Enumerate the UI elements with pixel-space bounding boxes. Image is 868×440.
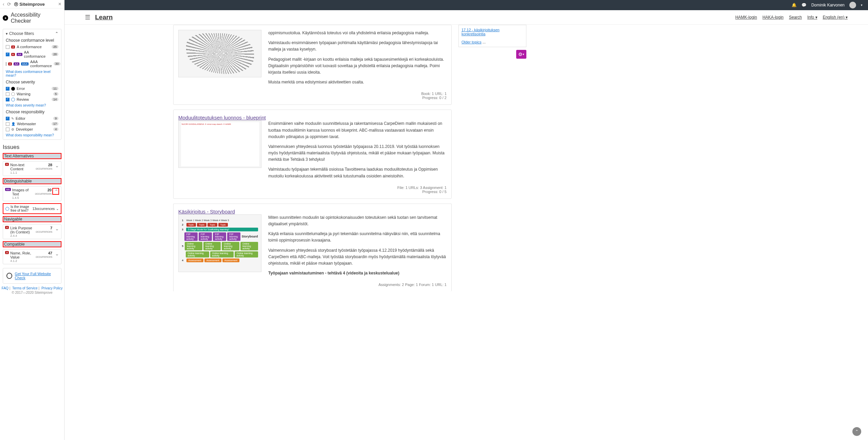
- checkbox-webmaster[interactable]: [6, 122, 10, 126]
- checkbox-developer[interactable]: [6, 128, 10, 131]
- error-icon: [11, 87, 15, 91]
- sb-weeks: Week 1 Week 2 Week 3 Week 4 Week 5: [186, 219, 229, 222]
- issue-non-text-content[interactable]: A Non-text Content 1.1.1 28occurrences ⌄: [3, 161, 61, 176]
- issue-sub-image-free-text[interactable]: Is the image free of text? 13occurrences…: [3, 203, 61, 214]
- card1-p4: Muista merkitä oma edistymisesi aktivite…: [268, 79, 447, 85]
- issue-name: Name, Role, Value: [10, 251, 34, 259]
- sb-online: Online learning activity: [185, 242, 202, 250]
- issue-count: 7: [36, 226, 52, 230]
- sb-assess: Assessment: [186, 259, 203, 262]
- conformance-a-count: 25: [52, 45, 58, 49]
- card2-stats: File: 1 URLs: 3 Assignment: 1: [178, 186, 447, 190]
- issue-name: Link Purpose (In Context): [10, 226, 34, 234]
- card3-title[interactable]: Käsikirjoitus - Storyboard: [178, 209, 235, 214]
- nav-info-label: Info: [807, 15, 814, 20]
- hamburger-icon[interactable]: ☰: [85, 14, 90, 21]
- category-navigable: Navigable: [3, 216, 61, 222]
- older-topics-link[interactable]: Older topics: [462, 40, 482, 44]
- responsibility-editor[interactable]: ✎ Editor 9: [6, 116, 58, 121]
- card3-p2: Käytä erilaisia suunnittelumalleja ja py…: [268, 231, 447, 244]
- conformance-aa-label: AA conformance: [24, 50, 50, 58]
- close-icon[interactable]: ✕: [58, 2, 61, 6]
- chevron-down-icon[interactable]: ⌄: [54, 163, 59, 168]
- footer-copyright: © 2017—2020 Siteimprove: [0, 290, 64, 297]
- checkbox-warning[interactable]: [6, 92, 10, 96]
- severity-review[interactable]: Review 14: [6, 97, 58, 102]
- issue-count: 20: [35, 188, 52, 192]
- chevron-up-icon[interactable]: ⌃: [52, 188, 59, 195]
- reload-icon[interactable]: ⟳: [7, 1, 11, 7]
- issue-sub-question: Is the image free of text?: [11, 205, 31, 212]
- card1-progress: Progress: 0 / 2: [178, 96, 447, 100]
- back-icon[interactable]: ‹: [3, 1, 4, 7]
- sidebar-title: ✦ Accessibility Checker: [0, 8, 64, 27]
- sidebar-title-text: Accessibility Checker: [11, 12, 61, 24]
- issue-link-purpose[interactable]: A Link Purpose (In Context) 2.4.4 7occur…: [3, 224, 61, 239]
- responsibility-webmaster-label: Webmaster: [17, 122, 36, 126]
- responsibility-developer[interactable]: ⚙ Developer 4: [6, 127, 58, 132]
- scroll-top-button[interactable]: ⌃: [852, 427, 861, 436]
- caret-down-icon[interactable]: ▾: [861, 3, 863, 7]
- issue-name: Non-text Content: [10, 163, 34, 171]
- conformance-help-link[interactable]: What does conformance level mean?: [6, 69, 58, 77]
- privacy-link[interactable]: Privacy Policy: [41, 286, 62, 290]
- announcement-link[interactable]: 17.12 - käsikirjoituksen konkretisointia: [462, 28, 500, 36]
- choose-filters-toggle[interactable]: ▾Choose filters ⌃: [6, 31, 58, 36]
- issue-name-role-value[interactable]: A Name, Role, Value 4.1.2 47occurrences …: [3, 249, 61, 264]
- notifications-icon[interactable]: 🔔: [792, 3, 797, 7]
- severity-help-link[interactable]: What does severity mean?: [6, 102, 46, 107]
- thumb-sketch: NUORI KANSALAISENA ✦ mind-map sketch ✦ H…: [178, 120, 261, 168]
- full-check-cta[interactable]: Get Your Full Website Check: [3, 268, 61, 284]
- responsibility-developer-label: Developer: [16, 127, 33, 131]
- nav-hamk-login[interactable]: HAMK-login: [735, 15, 757, 20]
- category-distinguishable: Distinguishable: [3, 178, 61, 184]
- severity-error-label: Error: [17, 87, 25, 91]
- avatar[interactable]: [849, 2, 856, 8]
- checkbox-editor[interactable]: [6, 117, 10, 120]
- nav-lang-label: English (en): [823, 15, 845, 20]
- review-icon: [11, 98, 15, 101]
- chevron-down-icon[interactable]: ⌄: [54, 226, 59, 231]
- card2-title[interactable]: Moduulitoteutuksen luonnos - blueprint: [178, 115, 266, 120]
- thumb-storyboard: 1Week 1 Week 2 Week 3 Week 4 Week 5 2Top…: [178, 214, 261, 272]
- checkbox-aa[interactable]: [6, 53, 10, 56]
- card3-p1: Miten suunnittelen moduulin tai opintoko…: [268, 214, 447, 227]
- conformance-aaa[interactable]: AAAAAA AAA conformance 30: [6, 59, 58, 69]
- funnel-icon: ▾: [6, 32, 8, 36]
- badge-a-icon: A: [5, 226, 9, 229]
- card3-p3: Valmennuksen yhteydessä storyboard työst…: [268, 247, 447, 267]
- conformance-a[interactable]: A A conformance 25: [6, 44, 58, 50]
- nav-search[interactable]: Search: [789, 15, 802, 20]
- severity-review-count: 14: [52, 98, 58, 101]
- brand[interactable]: Learn: [95, 14, 113, 21]
- severity-error[interactable]: Error 11: [6, 86, 58, 91]
- review-icon: [5, 207, 9, 211]
- messages-icon[interactable]: 💬: [801, 3, 807, 7]
- settings-button[interactable]: ⚙ ▾: [516, 50, 526, 59]
- checkbox-aaa[interactable]: [6, 62, 6, 66]
- faq-link[interactable]: FAQ: [2, 286, 8, 290]
- checkbox-review[interactable]: [6, 98, 10, 101]
- checkbox-error[interactable]: [6, 87, 10, 91]
- severity-warning[interactable]: Warning 5: [6, 91, 58, 97]
- responsibility-help-link[interactable]: What does responsibility mean?: [6, 132, 54, 137]
- main-area: 🔔 💬 Dominik Karvonen ▾ ☰ Learn HAMK-logi…: [65, 0, 868, 440]
- issue-occ-label: occurrences: [36, 167, 52, 170]
- chevron-down-icon[interactable]: ⌄: [56, 207, 59, 211]
- conformance-aa[interactable]: AAA AA conformance 28: [6, 50, 58, 59]
- nav-language[interactable]: English (en) ▾: [823, 15, 848, 20]
- nav-haka-login[interactable]: HAKA-login: [762, 15, 783, 20]
- checkbox-a[interactable]: [6, 45, 10, 49]
- issue-images-of-text[interactable]: AA Images of Text 1.4.5 20occurrences ⌃: [3, 186, 61, 201]
- nav-info[interactable]: Info ▾: [807, 15, 817, 20]
- extension-tab: ‹ ⟳ ⦿ Siteimprove ✕: [0, 0, 64, 8]
- issue-name: Images of Text: [12, 188, 34, 196]
- user-name[interactable]: Dominik Karvonen: [811, 3, 845, 7]
- responsibility-webmaster[interactable]: 👤 Webmaster 17: [6, 121, 58, 127]
- section-card-3: Käsikirjoitus - Storyboard 1Week 1 Week …: [173, 204, 452, 292]
- caret-down-icon: ▾: [846, 15, 848, 20]
- tos-link[interactable]: Terms of Service: [12, 286, 37, 290]
- badge-aaa-icon: AAA: [21, 62, 29, 65]
- card1-p1: oppimismuotoilua. Käytännössä toteutus v…: [268, 30, 447, 36]
- chevron-down-icon[interactable]: ⌄: [54, 251, 59, 256]
